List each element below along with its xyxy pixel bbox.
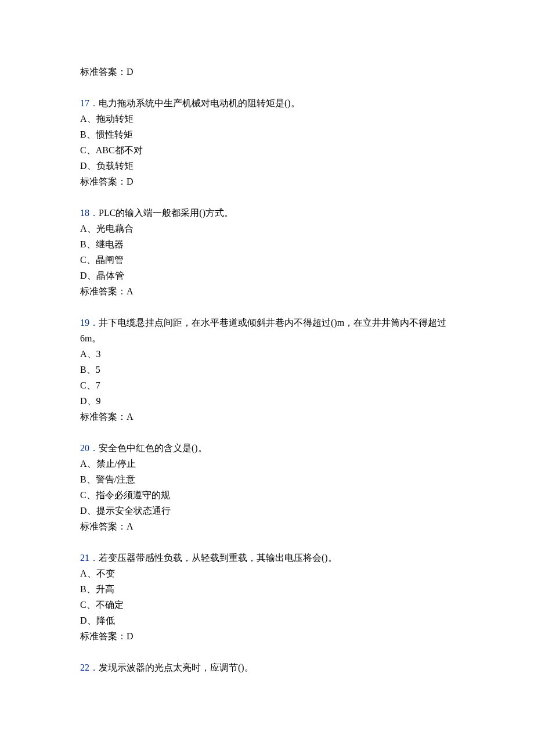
option-line: A、禁止/停止 [80,456,464,471]
question-number: 17． [80,98,99,108]
option-line: B、继电器 [80,236,464,252]
question-block: 21．若变压器带感性负载，从轻载到重载，其输出电压将会()。 A、不变 B、升高… [80,550,464,644]
answer-value: D [127,177,134,186]
answer-line: 标准答案：A [80,409,464,424]
question-block: 22．发现示波器的光点太亮时，应调节()。 [80,660,464,675]
option-line: D、提示安全状态通行 [80,503,464,519]
option-line: A、拖动转矩 [80,111,464,127]
option-line: A、不变 [80,566,464,581]
question-number: 21． [80,553,99,563]
question-number: 22． [80,663,99,672]
answer-value: A [127,286,134,296]
question-number: 19． [80,318,99,327]
question-line: 22．发现示波器的光点太亮时，应调节()。 [80,660,464,675]
question-text: 井下电缆悬挂点间距，在水平巷道或倾斜井巷内不得超过()m，在立井井筒内不得超过6… [80,318,446,343]
option-line: D、9 [80,393,464,409]
answer-line: 标准答案：D [80,628,464,644]
option-line: D、晶体管 [80,268,464,283]
question-block: 20．安全色中红色的含义是()。 A、禁止/停止 B、警告/注意 C、指令必须遵… [80,440,464,534]
orphan-answer-block: 标准答案：D [80,64,464,80]
answer-prefix: 标准答案： [80,177,127,186]
option-line: D、负载转矩 [80,158,464,174]
question-line: 17．电力拖动系统中生产机械对电动机的阻转矩是()。 [80,95,464,111]
option-line: C、不确定 [80,597,464,613]
question-text: 电力拖动系统中生产机械对电动机的阻转矩是()。 [99,98,300,108]
question-text: 若变压器带感性负载，从轻载到重载，其输出电压将会()。 [99,553,337,563]
answer-value: D [127,67,134,77]
question-block: 19．井下电缆悬挂点间距，在水平巷道或倾斜井巷内不得超过()m，在立井井筒内不得… [80,315,464,424]
question-text: 发现示波器的光点太亮时，应调节()。 [99,663,254,672]
answer-value: A [127,412,134,422]
question-text: PLC的输入端一般都采用()方式。 [99,208,233,218]
question-line: 19．井下电缆悬挂点间距，在水平巷道或倾斜井巷内不得超过()m，在立井井筒内不得… [80,315,464,346]
option-line: C、晶闸管 [80,252,464,268]
answer-prefix: 标准答案： [80,412,127,422]
option-line: B、警告/注意 [80,471,464,487]
question-block: 17．电力拖动系统中生产机械对电动机的阻转矩是()。 A、拖动转矩 B、惯性转矩… [80,95,464,189]
answer-line: 标准答案：D [80,174,464,189]
option-line: A、光电藕合 [80,221,464,236]
question-text: 安全色中红色的含义是()。 [99,443,207,453]
option-line: B、惯性转矩 [80,127,464,142]
question-line: 20．安全色中红色的含义是()。 [80,440,464,456]
answer-prefix: 标准答案： [80,521,127,531]
answer-value: A [127,521,134,531]
question-line: 18．PLC的输入端一般都采用()方式。 [80,205,464,221]
option-line: A、3 [80,346,464,362]
option-line: C、7 [80,377,464,393]
question-number: 20． [80,443,99,453]
option-line: C、指令必须遵守的规 [80,487,464,503]
option-line: B、升高 [80,581,464,597]
option-line: C、ABC都不对 [80,142,464,158]
answer-line: 标准答案：A [80,283,464,299]
answer-line: 标准答案：A [80,519,464,534]
answer-prefix: 标准答案： [80,286,127,296]
question-number: 18． [80,208,99,218]
answer-prefix: 标准答案： [80,631,127,641]
answer-prefix: 标准答案： [80,67,127,77]
option-line: B、5 [80,362,464,377]
option-line: D、降低 [80,613,464,628]
answer-line: 标准答案：D [80,64,464,80]
question-line: 21．若变压器带感性负载，从轻载到重载，其输出电压将会()。 [80,550,464,566]
question-block: 18．PLC的输入端一般都采用()方式。 A、光电藕合 B、继电器 C、晶闸管 … [80,205,464,299]
answer-value: D [127,631,134,641]
